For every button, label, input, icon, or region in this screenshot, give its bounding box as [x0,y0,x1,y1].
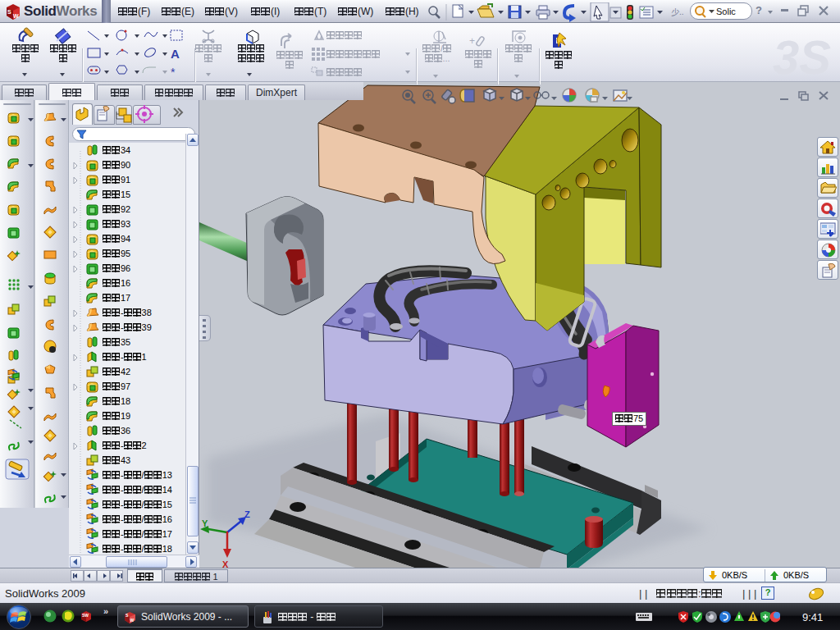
svg-text:Z: Z [244,509,250,519]
svg-text:W: W [130,618,135,623]
svg-text:A: A [171,47,180,61]
svg-text:*: * [171,66,176,79]
svg-text:Y: Y [202,518,208,528]
svg-text:S: S [7,9,11,15]
svg-text:X: X [222,559,229,568]
svg-text:少..: 少.. [671,7,684,16]
svg-text:Solic: Solic [716,7,736,16]
svg-text:3S: 3S [773,30,831,80]
svg-text:SW: SW [82,613,89,618]
svg-text:+: + [469,35,475,47]
svg-text:W: W [13,13,19,19]
